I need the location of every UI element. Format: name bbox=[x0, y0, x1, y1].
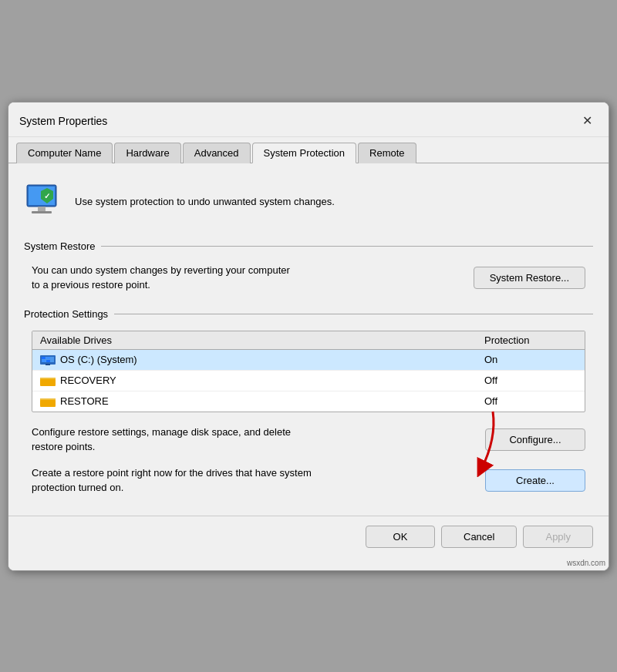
table-header: Available Drives Protection bbox=[32, 331, 585, 350]
svg-rect-12 bbox=[46, 360, 50, 362]
protection-settings-label: Protection Settings bbox=[24, 308, 108, 320]
computer-icon: ✓ bbox=[24, 182, 64, 222]
window-title: System Properties bbox=[19, 115, 107, 127]
protection-status-os: On bbox=[484, 354, 577, 365]
svg-rect-10 bbox=[46, 357, 50, 359]
ok-button[interactable]: OK bbox=[366, 526, 435, 548]
drive-cell-recovery: RECOVERY bbox=[40, 375, 484, 387]
svg-text:✓: ✓ bbox=[44, 192, 50, 200]
system-properties-window: System Properties ✕ Computer Name Hardwa… bbox=[8, 102, 609, 571]
table-row[interactable]: RECOVERY Off bbox=[32, 371, 585, 391]
drive-name-os: OS (C:) (System) bbox=[60, 354, 137, 365]
configure-description: Configure restore settings, manage disk … bbox=[32, 425, 325, 455]
svg-rect-9 bbox=[42, 357, 46, 359]
tabs-bar: Computer Name Hardware Advanced System P… bbox=[8, 137, 609, 163]
col-drive-header: Available Drives bbox=[40, 334, 484, 346]
system-restore-divider: System Restore bbox=[24, 240, 593, 252]
close-button[interactable]: ✕ bbox=[576, 110, 598, 132]
configure-section: Configure restore settings, manage disk … bbox=[32, 425, 585, 455]
restore-description: You can undo system changes by reverting… bbox=[32, 263, 294, 293]
info-text: Use system protection to undo unwanted s… bbox=[75, 196, 335, 207]
table-row[interactable]: RESTORE Off bbox=[32, 391, 585, 412]
svg-rect-20 bbox=[40, 400, 56, 406]
folder-restore-icon bbox=[40, 395, 56, 408]
restore-section: You can undo system changes by reverting… bbox=[32, 263, 585, 293]
table-row[interactable]: OS (C:) (System) On bbox=[32, 350, 585, 371]
folder-recovery-icon bbox=[40, 375, 56, 387]
protection-divider-line bbox=[114, 314, 593, 314]
apply-button[interactable]: Apply bbox=[523, 526, 593, 548]
create-button[interactable]: Create... bbox=[485, 469, 585, 492]
watermark: wsxdn.com bbox=[8, 557, 609, 570]
create-section: Create a restore point right now for the… bbox=[32, 465, 585, 496]
tab-remote[interactable]: Remote bbox=[358, 143, 416, 163]
os-drive-icon bbox=[40, 354, 56, 366]
bottom-buttons: OK Cancel Apply bbox=[8, 516, 609, 557]
system-restore-label: System Restore bbox=[24, 240, 95, 252]
drive-name-restore: RESTORE bbox=[60, 395, 109, 407]
info-row: ✓ Use system protection to undo unwanted… bbox=[24, 176, 593, 228]
svg-rect-11 bbox=[42, 360, 46, 362]
tab-advanced[interactable]: Advanced bbox=[183, 143, 251, 163]
create-description: Create a restore point right now for the… bbox=[32, 465, 325, 496]
configure-button[interactable]: Configure... bbox=[485, 428, 585, 451]
tab-content: ✓ Use system protection to undo unwanted… bbox=[8, 163, 609, 516]
col-protection-header: Protection bbox=[484, 334, 577, 346]
drives-table: Available Drives Protection bbox=[32, 331, 585, 412]
tab-system-protection[interactable]: System Protection bbox=[252, 143, 357, 163]
protection-settings-divider: Protection Settings bbox=[24, 308, 593, 320]
svg-rect-8 bbox=[46, 364, 50, 365]
protection-status-restore: Off bbox=[484, 395, 577, 407]
tab-computer-name[interactable]: Computer Name bbox=[16, 143, 113, 163]
svg-rect-16 bbox=[40, 379, 56, 385]
svg-rect-5 bbox=[32, 211, 52, 213]
drive-cell-restore: RESTORE bbox=[40, 395, 484, 408]
divider-line bbox=[101, 246, 593, 247]
svg-rect-4 bbox=[38, 207, 46, 211]
system-restore-button[interactable]: System Restore... bbox=[474, 267, 585, 289]
tab-hardware[interactable]: Hardware bbox=[114, 143, 180, 163]
create-button-container: Create... bbox=[485, 469, 585, 492]
protection-status-recovery: Off bbox=[484, 375, 577, 386]
drive-cell-os: OS (C:) (System) bbox=[40, 354, 484, 366]
cancel-button[interactable]: Cancel bbox=[441, 526, 517, 548]
title-bar: System Properties ✕ bbox=[8, 102, 609, 137]
drive-name-recovery: RECOVERY bbox=[60, 375, 116, 386]
